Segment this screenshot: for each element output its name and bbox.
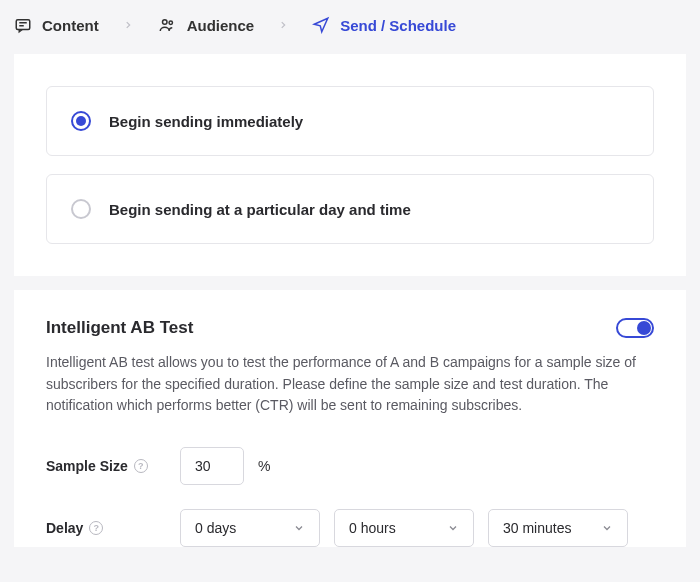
message-icon — [14, 16, 32, 34]
chevron-down-icon — [293, 522, 305, 534]
help-icon[interactable]: ? — [134, 459, 148, 473]
ab-test-toggle[interactable] — [616, 318, 654, 338]
delay-row: Delay ? 0 days 0 hours 30 minutes — [46, 509, 654, 547]
label-text: Delay — [46, 520, 83, 536]
help-icon[interactable]: ? — [89, 521, 103, 535]
breadcrumb-label: Content — [42, 17, 99, 34]
send-options-card: Begin sending immediately Begin sending … — [14, 54, 686, 276]
select-value: 0 days — [195, 520, 236, 536]
radio-indicator — [71, 199, 91, 219]
breadcrumb-label: Audience — [187, 17, 255, 34]
select-value: 30 minutes — [503, 520, 571, 536]
delay-minutes-select[interactable]: 30 minutes — [488, 509, 628, 547]
svg-point-1 — [162, 20, 167, 25]
chevron-right-icon — [254, 20, 312, 30]
ab-test-title: Intelligent AB Test — [46, 318, 193, 338]
breadcrumb-step-content[interactable]: Content — [14, 16, 99, 34]
send-icon — [312, 16, 330, 34]
sample-size-unit: % — [258, 458, 270, 474]
radio-option-scheduled[interactable]: Begin sending at a particular day and ti… — [46, 174, 654, 244]
ab-test-header: Intelligent AB Test — [46, 318, 654, 338]
toggle-knob — [637, 321, 651, 335]
people-icon — [157, 16, 177, 34]
chevron-right-icon — [99, 20, 157, 30]
delay-days-select[interactable]: 0 days — [180, 509, 320, 547]
delay-hours-select[interactable]: 0 hours — [334, 509, 474, 547]
radio-indicator-selected — [71, 111, 91, 131]
chevron-down-icon — [601, 522, 613, 534]
breadcrumb: Content Audience Send / Schedule — [0, 0, 700, 54]
radio-label: Begin sending at a particular day and ti… — [109, 201, 411, 218]
breadcrumb-step-audience[interactable]: Audience — [157, 16, 255, 34]
svg-rect-0 — [16, 20, 30, 30]
radio-option-immediate[interactable]: Begin sending immediately — [46, 86, 654, 156]
ab-test-description: Intelligent AB test allows you to test t… — [46, 352, 654, 417]
sample-size-input[interactable] — [180, 447, 244, 485]
radio-label: Begin sending immediately — [109, 113, 303, 130]
chevron-down-icon — [447, 522, 459, 534]
delay-label: Delay ? — [46, 520, 166, 536]
svg-point-2 — [169, 21, 172, 24]
sample-size-row: Sample Size ? % — [46, 447, 654, 485]
select-value: 0 hours — [349, 520, 396, 536]
breadcrumb-label: Send / Schedule — [340, 17, 456, 34]
ab-test-section: Intelligent AB Test Intelligent AB test … — [14, 290, 686, 547]
label-text: Sample Size — [46, 458, 128, 474]
breadcrumb-step-send[interactable]: Send / Schedule — [312, 16, 456, 34]
sample-size-label: Sample Size ? — [46, 458, 166, 474]
